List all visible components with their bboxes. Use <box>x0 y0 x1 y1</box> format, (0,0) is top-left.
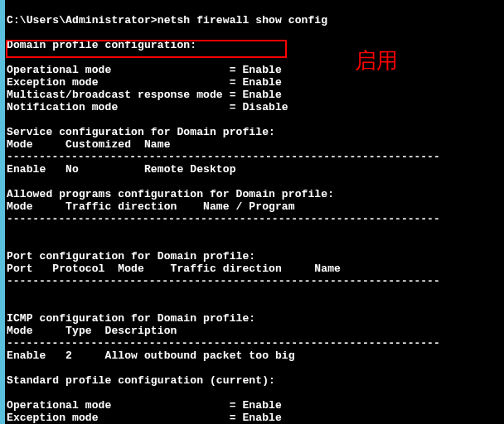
divider: ----------------------------------------… <box>7 275 440 287</box>
service-domain-title: Service configuration for Domain profile… <box>7 126 275 138</box>
icmp-domain-row: Enable 2 Allow outbound packet too big <box>7 349 295 362</box>
allowed-domain-cols: Mode Traffic direction Name / Program <box>7 200 295 213</box>
annotation-label: 启用 <box>355 46 398 75</box>
service-domain-cols: Mode Customized Name <box>7 138 171 151</box>
service-domain-row: Enable No Remote Desktop <box>7 163 236 176</box>
standard-profile-header: Standard profile configuration (current)… <box>7 374 275 387</box>
port-domain-cols: Port Protocol Mode Traffic direction Nam… <box>7 263 341 275</box>
allowed-domain-title: Allowed programs configuration for Domai… <box>7 188 334 200</box>
divider: ----------------------------------------… <box>7 213 440 225</box>
port-domain-title: Port configuration for Domain profile: <box>7 250 255 263</box>
icmp-domain-cols: Mode Type Description <box>7 325 177 337</box>
notification-mode-row: Notification mode = Disable <box>7 101 288 113</box>
std-exception-mode-row: Exception mode = Enable <box>7 412 282 424</box>
window-left-edge <box>0 0 5 424</box>
prompt-line: C:\Users\Administrator>netsh firewall sh… <box>7 14 327 26</box>
divider: ----------------------------------------… <box>7 337 440 349</box>
icmp-domain-title: ICMP configuration for Domain profile: <box>7 312 255 325</box>
operational-mode-row: Operational mode = Enable <box>7 64 282 76</box>
divider: ----------------------------------------… <box>7 151 440 163</box>
std-operational-mode-row: Operational mode = Enable <box>7 399 282 412</box>
domain-profile-header: Domain profile configuration: <box>7 39 196 51</box>
exception-mode-row: Exception mode = Enable <box>7 76 282 89</box>
multicast-mode-row: Multicast/broadcast response mode = Enab… <box>7 89 282 101</box>
